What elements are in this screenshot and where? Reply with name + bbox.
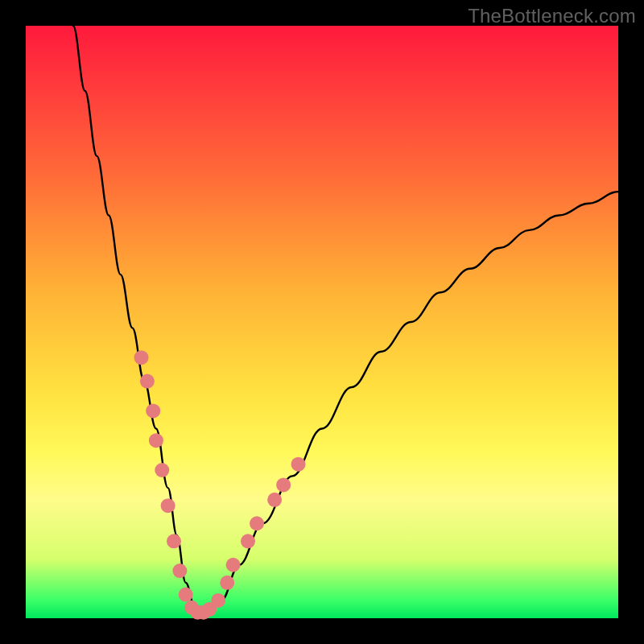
marker-dot <box>220 576 234 590</box>
marker-dot <box>211 593 225 608</box>
curve-line <box>73 26 618 618</box>
marker-dot <box>276 477 291 492</box>
watermark-text: TheBottleneck.com <box>468 5 636 27</box>
marker-dot <box>226 558 241 572</box>
marker-dot <box>172 564 187 578</box>
marker-dot <box>140 374 155 389</box>
marker-dot <box>146 403 160 418</box>
marker-dot <box>134 350 149 365</box>
chart-frame: TheBottleneck.com <box>0 0 644 644</box>
marker-dot <box>179 588 193 602</box>
curve-markers <box>134 350 306 619</box>
marker-dot <box>267 493 282 507</box>
marker-dot <box>250 516 264 530</box>
marker-dot <box>167 534 181 548</box>
marker-dot <box>291 457 306 472</box>
marker-dot <box>155 463 169 477</box>
chart-svg <box>26 26 618 618</box>
marker-dot <box>149 433 163 448</box>
marker-dot <box>241 534 255 548</box>
marker-dot <box>161 498 175 513</box>
